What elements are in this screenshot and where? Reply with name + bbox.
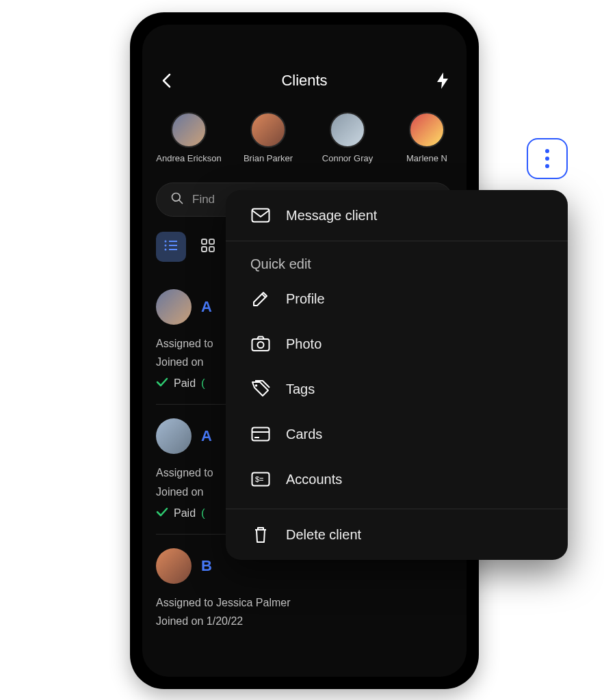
menu-item-label: Delete client [286,527,361,543]
menu-message-client[interactable]: Message client [226,190,568,241]
bolt-icon[interactable] [432,70,453,91]
context-menu: Message client Quick edit Profile Photo … [226,190,568,560]
status-extra: ( [201,507,205,520]
svg-rect-11 [209,247,214,252]
client-assigned: Assigned to Jessica Palmer [156,593,453,612]
client-joined: Joined on 1/20/22 [156,612,453,630]
menu-group: Profile Photo Tags Cards $= Accounts [226,276,568,509]
check-icon [156,377,168,390]
svg-rect-17 [252,428,270,441]
client-avatar [156,289,192,325]
svg-rect-9 [209,239,214,244]
tag-icon [250,379,271,399]
search-icon [170,191,184,208]
status-extra: ( [201,377,205,390]
svg-point-4 [165,245,167,247]
check-icon [156,507,168,520]
client-avatar [156,418,192,454]
envelope-icon [250,205,271,226]
avatar-item[interactable]: Brian Parker [235,112,301,163]
svg-point-6 [165,249,167,251]
pencil-icon [250,288,271,309]
menu-item-label: Profile [286,291,325,307]
header: Clients [156,66,453,96]
grid-view-button[interactable] [193,232,223,262]
paid-label: Paid [174,507,196,520]
menu-item-label: Accounts [286,472,342,487]
menu-photo[interactable]: Photo [226,321,568,366]
svg-rect-8 [202,239,207,244]
menu-item-label: Message client [286,208,377,224]
svg-point-16 [255,384,258,387]
back-icon[interactable] [156,70,176,91]
page-title: Clients [281,72,327,90]
client-name: B [201,557,212,575]
svg-text:$=: $= [255,475,264,483]
paid-label: Paid [174,377,196,390]
menu-section-label: Quick edit [226,241,568,276]
list-icon [163,239,179,254]
avatar-name: Marlene N [406,153,447,163]
avatar-name: Andrea Erickson [156,153,221,163]
menu-item-label: Tags [286,381,315,397]
menu-profile[interactable]: Profile [226,276,568,321]
grid-icon [201,239,215,255]
svg-point-15 [258,342,264,348]
camera-icon [250,334,271,354]
avatar-item[interactable]: Andrea Erickson [156,112,222,163]
svg-line-1 [179,200,183,204]
svg-point-2 [165,241,167,243]
avatar [171,112,207,148]
more-button[interactable] [527,138,568,179]
avatar-item[interactable]: Marlene N [394,112,453,163]
trash-icon [250,524,271,545]
client-name: A [201,298,212,316]
accounts-icon: $= [250,469,271,489]
svg-rect-10 [202,247,207,252]
list-view-button[interactable] [156,232,186,262]
menu-accounts[interactable]: $= Accounts [226,457,568,502]
menu-delete-client[interactable]: Delete client [226,509,568,560]
menu-item-label: Photo [286,336,321,352]
menu-cards[interactable]: Cards [226,412,568,457]
svg-rect-12 [252,209,270,222]
avatar-name: Brian Parker [244,153,293,163]
avatar [330,112,365,148]
avatar-name: Connor Gray [322,153,373,163]
more-icon [545,149,549,168]
menu-tags[interactable]: Tags [226,366,568,412]
avatars-row: Andrea Erickson Brian Parker Connor Gray… [156,112,453,163]
client-name: A [201,427,212,445]
avatar [250,112,286,148]
card-icon [250,424,271,444]
menu-item-label: Cards [286,427,322,442]
avatar-item[interactable]: Connor Gray [315,112,380,163]
avatar [409,112,445,148]
svg-rect-14 [252,339,270,351]
client-avatar [156,548,192,584]
